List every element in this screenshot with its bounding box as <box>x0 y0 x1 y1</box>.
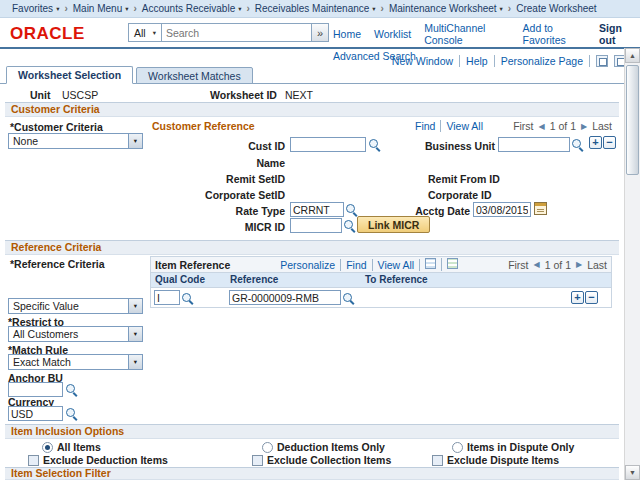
anchor-bu-lookup-icon[interactable] <box>66 383 78 395</box>
business-unit-input[interactable] <box>498 137 570 152</box>
currency-lookup-icon[interactable] <box>66 407 78 419</box>
micr-id-lookup-icon[interactable] <box>344 219 356 231</box>
row-position: 1 of 1 <box>550 120 576 132</box>
breadcrumb-item-favorites[interactable]: Favorites▾ <box>12 3 59 14</box>
remit-setid-label: Remit SetID <box>203 173 285 185</box>
checkbox-exclude-dispute-items[interactable] <box>432 455 443 466</box>
download-grid-icon[interactable] <box>447 258 458 269</box>
grid-action-links: Personalize Find View All <box>275 258 463 271</box>
item-reference-grid-header: Item Reference Personalize Find View All… <box>150 256 612 273</box>
link-micr-button[interactable]: Link MICR <box>357 216 430 233</box>
cust-id-input[interactable] <box>290 137 366 152</box>
worksheet-id-label: Worksheet ID <box>210 89 277 101</box>
first-link[interactable]: First <box>513 120 533 132</box>
view-all-link[interactable]: View All <box>441 120 488 132</box>
add-row-button[interactable]: + <box>571 291 584 304</box>
reference-lookup-icon[interactable] <box>343 292 355 304</box>
worklist-link[interactable]: Worklist <box>374 28 411 40</box>
delete-row-button[interactable]: − <box>603 136 616 149</box>
chevron-down-icon: ▾ <box>128 134 142 148</box>
delete-row-button[interactable]: − <box>585 291 598 304</box>
scrollbar-thumb[interactable] <box>626 65 639 175</box>
reference-input[interactable] <box>229 290 341 305</box>
rate-type-lookup-icon[interactable] <box>346 203 358 215</box>
acctg-date-input[interactable] <box>473 202 531 217</box>
checkbox-exclude-deduction-items[interactable] <box>28 455 39 466</box>
grid-column-headers: Qual Code Reference To Reference <box>150 273 612 288</box>
global-search: All▾ » <box>128 23 329 42</box>
customer-reference-title: Customer Reference <box>152 120 255 132</box>
new-window-link[interactable]: New Window <box>392 55 453 67</box>
chevron-down-icon: ▾ <box>153 29 156 37</box>
item-selection-filter-section-header: Item Selection Filter <box>5 467 619 480</box>
breadcrumb-item-create-worksheet: Create Worksheet <box>516 3 596 14</box>
vertical-scrollbar[interactable]: ▲ ▼ <box>624 48 640 480</box>
radio-all-items[interactable] <box>42 442 53 453</box>
next-row-icon[interactable]: ▶ <box>581 122 587 131</box>
business-unit-label: Business Unit <box>410 140 495 152</box>
first-link[interactable]: First <box>508 259 528 271</box>
search-scope-value: All <box>134 27 146 39</box>
view-all-link[interactable]: View All <box>373 259 421 271</box>
next-row-icon[interactable]: ▶ <box>576 260 582 269</box>
item-reference-grid: Item Reference Personalize Find View All… <box>150 256 612 308</box>
breadcrumb-item-accounts-receivable[interactable]: Accounts Receivable▾ <box>142 3 242 14</box>
match-rule-select[interactable]: Exact Match▾ <box>8 354 143 370</box>
personalize-link[interactable]: Personalize <box>275 259 341 271</box>
radio-items-in-dispute-only[interactable] <box>452 442 463 453</box>
breadcrumb-item-maintenance-worksheet[interactable]: Maintenance Worksheet▾ <box>389 3 503 14</box>
new-window-icon[interactable] <box>596 55 608 67</box>
home-link[interactable]: Home <box>333 28 361 40</box>
help-link[interactable]: Help <box>466 55 488 67</box>
previous-row-icon[interactable]: ◀ <box>534 260 540 269</box>
calendar-icon[interactable] <box>534 202 547 215</box>
radio-deduction-items-only[interactable] <box>262 442 273 453</box>
breadcrumb-separator-icon: › <box>381 3 384 14</box>
radio-label-all-items: All Items <box>57 441 101 453</box>
value-type-select[interactable]: Specific Value▾ <box>8 298 143 314</box>
micr-id-input[interactable] <box>290 218 342 233</box>
add-row-button[interactable]: + <box>589 136 602 149</box>
add-to-favorites-link[interactable]: Add to Favorites <box>523 22 587 46</box>
row-position: 1 of 1 <box>545 259 571 271</box>
find-link[interactable]: Find <box>410 120 441 132</box>
search-input[interactable] <box>162 23 312 42</box>
sign-out-link[interactable]: Sign out <box>599 22 634 46</box>
qual-code-lookup-icon[interactable] <box>182 292 194 304</box>
radio-label-items-in-dispute-only: Items in Dispute Only <box>467 441 574 453</box>
customer-criteria-selected-value: None <box>9 134 128 148</box>
last-link[interactable]: Last <box>587 259 607 271</box>
reference-criteria-label: *Reference Criteria <box>10 258 105 270</box>
rate-type-input[interactable] <box>290 202 344 217</box>
customer-reference-pager: First ◀ 1 of 1 ▶ Last <box>500 120 612 132</box>
search-scope-dropdown[interactable]: All▾ <box>128 23 162 42</box>
cust-id-lookup-icon[interactable] <box>369 138 381 150</box>
anchor-bu-input[interactable] <box>8 382 63 397</box>
previous-row-icon[interactable]: ◀ <box>539 122 545 131</box>
breadcrumb-item-receivables-maintenance[interactable]: Receivables Maintenance▾ <box>255 3 376 14</box>
find-link[interactable]: Find <box>341 259 372 271</box>
qual-code-input[interactable] <box>154 290 180 305</box>
customer-criteria-label: *Customer Criteria <box>10 121 103 133</box>
reference-criteria-section-header: Reference Criteria <box>5 240 619 255</box>
chevron-down-icon: ▾ <box>128 299 142 313</box>
search-go-button[interactable]: » <box>312 23 329 42</box>
value-type-selected-value: Specific Value <box>9 299 128 313</box>
business-unit-lookup-icon[interactable] <box>572 138 584 150</box>
tab-worksheet-selection[interactable]: Worksheet Selection <box>6 66 133 84</box>
personalize-page-link[interactable]: Personalize Page <box>501 55 583 67</box>
multichannel-console-link[interactable]: MultiChannel Console <box>424 22 509 46</box>
tab-worksheet-matches[interactable]: Worksheet Matches <box>136 67 253 84</box>
last-link[interactable]: Last <box>592 120 612 132</box>
zoom-grid-icon[interactable] <box>425 258 436 269</box>
breadcrumb-item-main-menu[interactable]: Main Menu▾ <box>73 3 129 14</box>
checkbox-exclude-collection-items[interactable] <box>252 455 263 466</box>
currency-input[interactable] <box>8 406 63 421</box>
table-row: + − <box>150 288 612 308</box>
name-label: Name <box>203 157 285 169</box>
scroll-down-icon[interactable]: ▼ <box>625 465 640 480</box>
scroll-up-icon[interactable]: ▲ <box>625 48 640 63</box>
restrict-to-select[interactable]: All Customers▾ <box>8 326 143 342</box>
breadcrumb-label: Maintenance Worksheet <box>389 3 497 14</box>
customer-criteria-select[interactable]: None▾ <box>8 133 143 149</box>
